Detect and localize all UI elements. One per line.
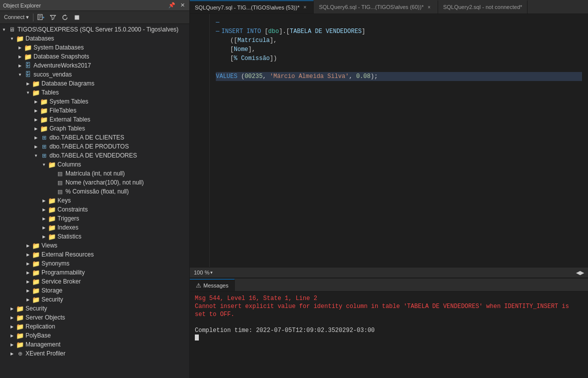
tree-item-col-comissao[interactable]: ▤ % Comissão (float, null) (0, 187, 189, 196)
messages-tab-label: Messages (203, 282, 228, 288)
server-objects-expander (8, 314, 16, 322)
tree-item-xevent-profiler[interactable]: ⊕ XEvent Profiler (0, 349, 189, 358)
tree-item-security[interactable]: 📁 Security (0, 304, 189, 313)
results-tabs: ⚠ Messages (190, 278, 588, 292)
tables-label: Tables (41, 89, 59, 96)
line-num (196, 81, 205, 90)
sucos-vendas-expander (16, 70, 24, 78)
close-panel-button[interactable]: ✕ (179, 2, 186, 9)
tree-item-adventureworks[interactable]: 🗄 AdventureWorks2017 (0, 61, 189, 70)
column-icon: ▤ (56, 178, 64, 186)
tree-item-db-diagrams[interactable]: 📁 Database Diagrams (0, 79, 189, 88)
tree-item-storage[interactable]: 📁 Storage (0, 286, 189, 295)
folder-icon: 📁 (32, 88, 40, 96)
tree-item-tables[interactable]: 📁 Tables (0, 88, 189, 97)
tab-sqlquery6[interactable]: SQLQuery6.sql - TIG...(TIGOS\alves (60))… (314, 0, 438, 14)
tbl-vendedores-expander (32, 152, 40, 160)
msg-line-2: Cannot insert explicit value for identit… (195, 302, 583, 318)
code-editor[interactable]: — — INSERT INTO [dbo] . [TABELA DE VENDE… (210, 14, 588, 267)
tab-messages[interactable]: ⚠ Messages (190, 279, 235, 291)
tree-item-constraints[interactable]: 📁 Constraints (0, 205, 189, 214)
zoom-dropdown-arrow[interactable]: ▾ (210, 270, 213, 275)
tree-item-file-tables[interactable]: 📁 FileTables (0, 106, 189, 115)
tree-server-root[interactable]: 🖥 TIGOS\SQLEXPRESS (SQL Server 15.0.2000… (0, 25, 189, 34)
tree-item-external-tables[interactable]: 📁 External Tables (0, 115, 189, 124)
tree-item-polybase[interactable]: 📁 PolyBase (0, 331, 189, 340)
tree-item-statistics[interactable]: 📁 Statistics (0, 232, 189, 241)
statistics-label: Statistics (57, 233, 81, 240)
folder-icon: 📁 (48, 206, 56, 214)
folder-icon: 📁 (48, 196, 56, 204)
tree-item-indexes[interactable]: 📁 Indexes (0, 223, 189, 232)
service-broker-expander (24, 278, 32, 286)
security-db-expander (24, 296, 32, 304)
line-numbers (190, 14, 210, 267)
tree-item-tbl-produtos[interactable]: ⊞ dbo.TABELA DE PRODUTOS (0, 142, 189, 151)
panel-title: Object Explorer (3, 2, 41, 8)
column-icon: ▤ (56, 170, 64, 178)
scroll-right-btn[interactable]: ▶ (580, 270, 584, 276)
code-line-3: ( [Matrícula] , (216, 36, 582, 45)
tree-container[interactable]: 🖥 TIGOS\SQLEXPRESS (SQL Server 15.0.2000… (0, 24, 189, 378)
tree-item-tbl-vendedores[interactable]: ⊞ dbo.TABELA DE VENDEDORES (0, 151, 189, 160)
main-layout: Object Explorer 📌 ✕ Connect ▾ (0, 0, 588, 378)
cursor-blink (195, 334, 199, 340)
table-icon: ⊞ (40, 142, 48, 150)
service-broker-label: Service Broker (41, 278, 81, 285)
fold-marker2: — (216, 27, 219, 36)
stop-icon (73, 14, 80, 21)
tree-item-programmability[interactable]: 📁 Programmability (0, 268, 189, 277)
tree-item-columns[interactable]: 📁 Columns (0, 160, 189, 169)
tree-item-views[interactable]: 📁 Views (0, 241, 189, 250)
tree-item-synonyms[interactable]: 📁 Synonyms (0, 259, 189, 268)
xevent-expander (8, 350, 16, 358)
tree-item-col-nome[interactable]: ▤ Nome (varchar(100), not null) (0, 178, 189, 187)
tab-sqlquery6-close[interactable]: × (426, 4, 433, 10)
tree-item-databases[interactable]: 📁 Databases (0, 34, 189, 43)
stop-button[interactable] (71, 13, 82, 22)
xevent-label: XEvent Profiler (25, 350, 65, 357)
new-query-button[interactable] (35, 13, 46, 22)
connect-button[interactable]: Connect ▾ (2, 13, 31, 22)
constraints-label: Constraints (57, 206, 88, 213)
filter-button[interactable] (47, 13, 58, 22)
tree-item-sucos-vendas[interactable]: 🗄 sucos_vendas (0, 70, 189, 79)
tab-sqlquery2[interactable]: SQLQuery2.sql - not connected* (438, 0, 528, 14)
msg-cursor-line (195, 334, 583, 343)
statistics-expander (40, 232, 48, 240)
folder-icon: 📁 (40, 106, 48, 114)
tree-item-management[interactable]: 📁 Management (0, 340, 189, 349)
tree-item-server-objects[interactable]: 📁 Server Objects (0, 313, 189, 322)
tree-item-keys[interactable]: 📁 Keys (0, 196, 189, 205)
new-query-icon (37, 14, 44, 21)
folder-icon: 📁 (16, 314, 24, 322)
col-matricula-label: Matrícula (int, not null) (65, 170, 125, 177)
pin-button[interactable]: 📌 (167, 2, 177, 9)
tree-item-db-snapshots[interactable]: 📁 Database Snapshots (0, 52, 189, 61)
tree-item-system-tables[interactable]: 📁 System Tables (0, 97, 189, 106)
tab-sqlquery7-close[interactable]: × (301, 4, 308, 11)
folder-icon: 📁 (32, 268, 40, 276)
databases-label: Databases (25, 35, 54, 42)
scroll-left-btn[interactable]: ◀ (576, 270, 580, 276)
messages-tab-icon: ⚠ (196, 282, 201, 289)
keys-expander (40, 196, 48, 204)
tab-sqlquery7[interactable]: SQLQuery7.sql - TIG...(TIGOS\alves (53))… (190, 0, 314, 14)
refresh-button[interactable] (59, 13, 70, 22)
messages-area[interactable]: Msg 544, Level 16, State 1, Line 2 Canno… (190, 292, 588, 378)
tree-item-external-resources[interactable]: 📁 External Resources (0, 250, 189, 259)
tree-item-service-broker[interactable]: 📁 Service Broker (0, 277, 189, 286)
system-databases-label: System Databases (33, 44, 84, 51)
tree-item-replication[interactable]: 📁 Replication (0, 322, 189, 331)
tree-item-graph-tables[interactable]: 📁 Graph Tables (0, 124, 189, 133)
views-expander (24, 242, 32, 250)
col-nome-label: Nome (varchar(100), not null) (65, 179, 144, 186)
tree-item-system-databases[interactable]: 📁 System Databases (0, 43, 189, 52)
tree-item-triggers[interactable]: 📁 Triggers (0, 214, 189, 223)
tree-item-tbl-clientes[interactable]: ⊞ dbo.TABELA DE CLIENTES (0, 133, 189, 142)
folder-icon: 📁 (32, 260, 40, 268)
folder-icon: 📁 (32, 278, 40, 286)
tree-item-col-matricula[interactable]: ▤ Matrícula (int, not null) (0, 169, 189, 178)
tree-item-security-db[interactable]: 📁 Security (0, 295, 189, 304)
system-tables-label: System Tables (49, 98, 88, 105)
